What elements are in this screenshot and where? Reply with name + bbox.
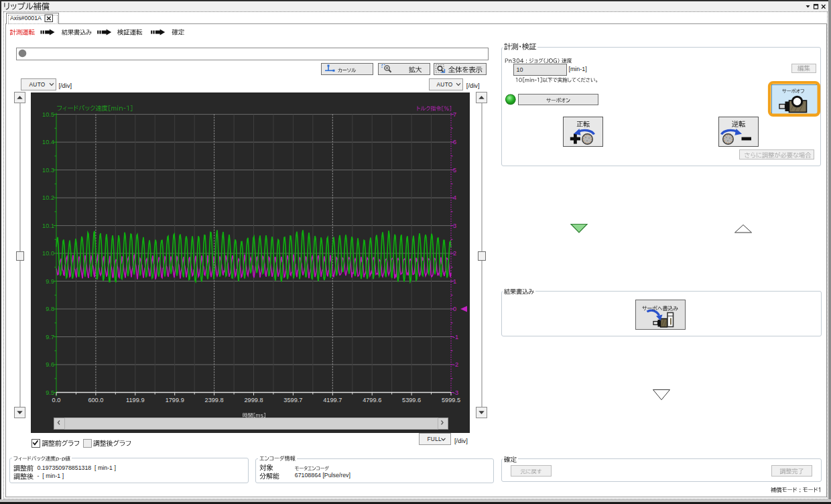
svg-text:9.9: 9.9: [46, 278, 54, 285]
svg-text:5999.5: 5999.5: [442, 397, 460, 403]
svg-text:10.5: 10.5: [42, 111, 54, 118]
svg-text:9.6: 9.6: [46, 361, 54, 368]
svg-text:4: 4: [453, 194, 456, 201]
svg-text:3: 3: [453, 223, 456, 229]
svg-text:9.7: 9.7: [46, 334, 54, 340]
svg-text:0: 0: [453, 306, 456, 312]
svg-text:10.2: 10.2: [42, 194, 54, 201]
svg-text:10.0: 10.0: [42, 250, 54, 257]
svg-text:4799.6: 4799.6: [363, 397, 381, 403]
svg-text:3599.7: 3599.7: [283, 397, 302, 403]
svg-text:-2: -2: [453, 361, 458, 368]
svg-text:2: 2: [453, 250, 456, 257]
svg-text:2399.8: 2399.8: [205, 397, 224, 403]
svg-text:10.3: 10.3: [42, 167, 54, 174]
svg-text:4199.7: 4199.7: [323, 397, 342, 403]
svg-text:5399.6: 5399.6: [402, 397, 421, 403]
svg-text:-1: -1: [453, 334, 458, 340]
svg-text:9.5: 9.5: [46, 389, 54, 396]
svg-text:9.8: 9.8: [46, 306, 54, 312]
svg-text:7: 7: [453, 111, 456, 118]
svg-text:5: 5: [453, 167, 456, 174]
svg-text:0.0: 0.0: [52, 397, 61, 403]
svg-text:-3: -3: [453, 389, 458, 396]
svg-text:6: 6: [453, 139, 456, 145]
svg-text:10.1: 10.1: [42, 223, 54, 229]
svg-text:600.0: 600.0: [88, 397, 103, 403]
svg-text:1199.9: 1199.9: [126, 397, 144, 403]
svg-text:2999.8: 2999.8: [244, 397, 263, 403]
svg-text:1799.9: 1799.9: [166, 397, 184, 403]
svg-text:1: 1: [453, 278, 456, 285]
svg-text:10.4: 10.4: [42, 139, 54, 145]
